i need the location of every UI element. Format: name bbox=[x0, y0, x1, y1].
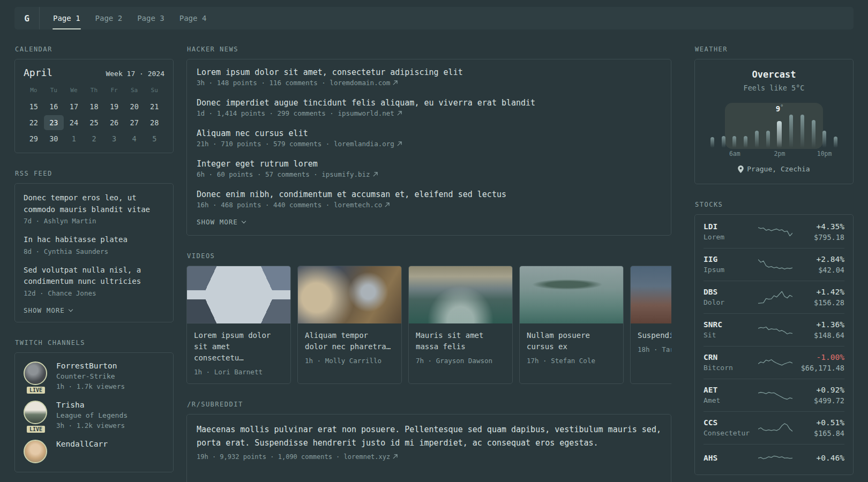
video-card[interactable]: Nullam posuere cursus ex 17h · Stefan Co… bbox=[519, 266, 624, 384]
calendar-day: 28 bbox=[144, 115, 164, 130]
news-domain-link[interactable]: loremlandia.org bbox=[334, 140, 402, 148]
top-nav: G Page 1 Page 2 Page 3 Page 4 bbox=[14, 7, 854, 29]
calendar-weekday: Mo bbox=[24, 85, 44, 98]
stock-row[interactable]: IIGIpsum +2.84%$42.04 bbox=[704, 248, 844, 281]
video-thumbnail[interactable] bbox=[631, 266, 671, 323]
stock-ticker: SNRC bbox=[704, 320, 758, 329]
current-temp: 9° bbox=[776, 104, 783, 113]
video-thumbnail[interactable] bbox=[520, 266, 623, 323]
stock-price: $66,171.48 bbox=[792, 364, 844, 372]
news-domain-link[interactable]: loremtech.co bbox=[334, 201, 390, 209]
stock-name: Amet bbox=[704, 396, 758, 404]
weather-bar bbox=[812, 120, 815, 148]
rss-meta: 12d · Chance Jones bbox=[24, 289, 164, 297]
video-title[interactable]: Suspendisse diam bbox=[638, 330, 671, 341]
stock-name: Bitcorn bbox=[704, 364, 758, 372]
news-headline[interactable]: Donec enim nibh, condimentum et accumsan… bbox=[197, 190, 661, 199]
stock-row[interactable]: DBSDolor +1.42%$156.28 bbox=[704, 281, 844, 313]
stock-row[interactable]: SNRCSit +1.36%$148.64 bbox=[704, 313, 844, 346]
twitch-channel[interactable]: LIVE Trisha League of Legends 3h · 1.2k … bbox=[24, 401, 164, 430]
stocks-section-title: STOCKS bbox=[695, 201, 853, 208]
avatar bbox=[24, 362, 47, 385]
video-meta: 1h · Lori Barnett bbox=[194, 368, 283, 376]
weather-hours: 6am2pm10pm bbox=[707, 150, 841, 157]
channel-name[interactable]: ForrestBurton bbox=[56, 362, 125, 370]
twitch-channel[interactable]: KendallCarr bbox=[24, 440, 164, 463]
show-more-label: SHOW MORE bbox=[197, 218, 238, 226]
calendar-day: 29 bbox=[24, 131, 44, 146]
video-title[interactable]: Nullam posuere cursus ex bbox=[527, 330, 616, 352]
weather-section-title: WEATHER bbox=[695, 46, 853, 53]
tab-page-1[interactable]: Page 1 bbox=[46, 7, 88, 29]
weather-location: Prague, Czechia bbox=[738, 165, 810, 173]
weather-condition: Overcast bbox=[704, 69, 844, 80]
weather-hour-label: 6am bbox=[729, 150, 740, 157]
channel-name[interactable]: KendallCarr bbox=[56, 440, 108, 448]
calendar-day: 17 bbox=[64, 99, 84, 114]
video-title[interactable]: Mauris sit amet massa felis bbox=[416, 330, 505, 352]
stock-sparkline bbox=[758, 289, 792, 305]
stock-row[interactable]: CCSConsectetur +0.51%$165.84 bbox=[704, 411, 844, 444]
weather-hour-label: 2pm bbox=[774, 150, 785, 157]
video-card[interactable]: Aliquam tempor dolor nec pharetra… 1h · … bbox=[297, 266, 402, 384]
news-item: Aliquam nec cursus elit 21h · 710 points… bbox=[197, 129, 661, 148]
rss-headline[interactable]: Sed volutpat nulla nisl, a condimentum n… bbox=[24, 265, 164, 288]
video-card[interactable]: Suspendisse diam 18h · Tara bbox=[630, 266, 671, 384]
video-title[interactable]: Lorem ipsum dolor sit amet consectetu… bbox=[194, 330, 283, 364]
post-headline[interactable]: Maecenas mollis pulvinar erat non posuer… bbox=[197, 423, 661, 450]
news-headline[interactable]: Donec imperdiet augue tincidunt felis al… bbox=[197, 98, 661, 108]
stock-ticker: AHS bbox=[704, 454, 758, 462]
calendar-widget: April Week 17 · 2024 MoTuWeThFrSaSu15161… bbox=[14, 59, 174, 153]
live-badge: LIVE bbox=[26, 386, 46, 395]
news-domain-link[interactable]: ipsumworld.net bbox=[338, 109, 401, 117]
video-card[interactable]: Lorem ipsum dolor sit amet consectetu… 1… bbox=[186, 266, 291, 384]
show-more-button[interactable]: SHOW MORE bbox=[24, 306, 164, 314]
channel-name[interactable]: Trisha bbox=[56, 401, 128, 409]
show-more-button[interactable]: SHOW MORE bbox=[197, 218, 661, 226]
news-domain-link[interactable]: ipsumify.biz bbox=[321, 170, 377, 178]
stock-name: Lorem bbox=[704, 233, 758, 241]
video-card[interactable]: Mauris sit amet massa felis 7h · Grayson… bbox=[408, 266, 513, 384]
videos-section-title: VIDEOS bbox=[187, 252, 671, 260]
post-domain-link[interactable]: loremnet.xyz bbox=[344, 453, 398, 461]
video-thumbnail[interactable] bbox=[187, 266, 290, 323]
stock-ticker: CCS bbox=[704, 418, 758, 427]
rss-headline[interactable]: Donec tempor eros leo, ut commodo mauris… bbox=[24, 192, 164, 215]
stock-row[interactable]: AHS +0.46% bbox=[704, 444, 844, 473]
page-tabs: Page 1 Page 2 Page 3 Page 4 bbox=[40, 7, 214, 29]
stock-sparkline bbox=[758, 420, 792, 436]
show-more-label: SHOW MORE bbox=[24, 306, 65, 314]
stock-row[interactable]: CRNBitcorn -1.00%$66,171.48 bbox=[704, 346, 844, 379]
calendar-weekday: Fr bbox=[104, 85, 124, 98]
stock-change: +0.92% bbox=[792, 386, 844, 394]
rss-headline[interactable]: In hac habitasse platea bbox=[24, 234, 164, 246]
video-thumbnail[interactable] bbox=[298, 266, 401, 323]
news-item: Integer eget rutrum lorem 6h · 60 points… bbox=[197, 159, 661, 178]
tab-page-4[interactable]: Page 4 bbox=[172, 7, 214, 29]
weather-bars: 9° bbox=[707, 114, 841, 148]
news-item: Donec imperdiet augue tincidunt felis al… bbox=[197, 98, 661, 117]
twitch-channel[interactable]: LIVE ForrestBurton Counter-Strike 1h · 1… bbox=[24, 362, 164, 390]
news-meta-text: 21h · 710 points · 579 comments · bbox=[197, 140, 334, 148]
tab-page-2[interactable]: Page 2 bbox=[88, 7, 130, 29]
calendar-day: 23 bbox=[44, 115, 64, 130]
video-meta: 17h · Stefan Cole bbox=[527, 357, 616, 365]
news-domain-link[interactable]: loremdomain.com bbox=[330, 79, 398, 87]
news-headline[interactable]: Integer eget rutrum lorem bbox=[197, 159, 661, 169]
calendar-day: 19 bbox=[104, 99, 124, 114]
stock-ticker: DBS bbox=[704, 288, 758, 296]
news-headline[interactable]: Aliquam nec cursus elit bbox=[197, 129, 661, 138]
video-title[interactable]: Aliquam tempor dolor nec pharetra… bbox=[305, 330, 394, 352]
news-headline[interactable]: Lorem ipsum dolor sit amet, consectetur … bbox=[197, 67, 661, 77]
weather-bar bbox=[777, 121, 782, 148]
news-meta-text: 6h · 60 points · 57 comments · bbox=[197, 170, 321, 178]
external-link-icon bbox=[393, 80, 398, 85]
hacker-news-widget: Lorem ipsum dolor sit amet, consectetur … bbox=[186, 59, 671, 236]
calendar-day: 16 bbox=[44, 99, 64, 114]
video-thumbnail[interactable] bbox=[409, 266, 512, 323]
tab-page-3[interactable]: Page 3 bbox=[130, 7, 172, 29]
stock-row[interactable]: LDILorem +4.35%$795.18 bbox=[704, 216, 844, 248]
weather-bar bbox=[789, 115, 793, 148]
stock-change: +1.42% bbox=[792, 288, 844, 296]
stock-row[interactable]: AETAmet +0.92%$499.72 bbox=[704, 379, 844, 411]
